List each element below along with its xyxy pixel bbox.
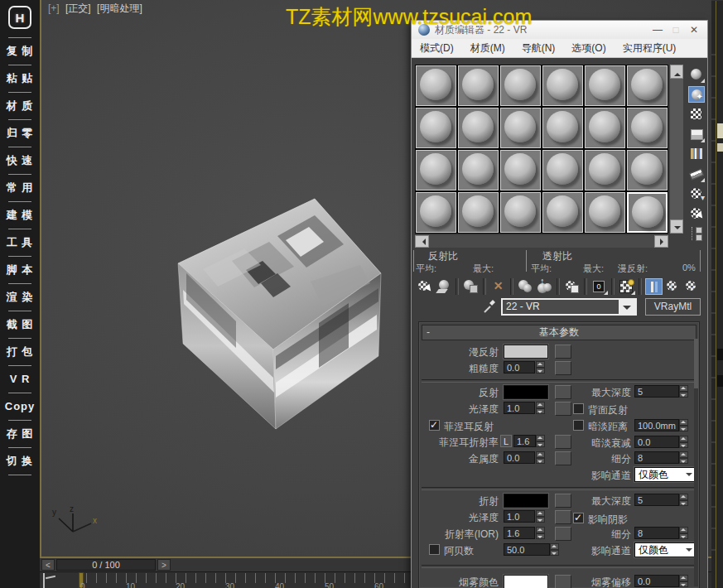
menu-utilities[interactable]: 实用程序(U) [623, 41, 677, 55]
material-sample-slot[interactable] [542, 192, 583, 233]
fog-bias-field[interactable]: 0.0 [634, 575, 679, 587]
material-sample-slot[interactable] [542, 65, 583, 106]
material-map-navigator-icon[interactable] [688, 225, 705, 242]
material-sample-slot[interactable] [416, 108, 456, 148]
refract-affect-channels-dropdown[interactable]: 仅颜色 [634, 542, 697, 557]
menu-material[interactable]: 材质(M) [470, 41, 505, 55]
options-icon[interactable]: ▾ [688, 186, 705, 202]
dim-distance-checkbox[interactable] [573, 420, 584, 431]
material-sample-slot[interactable] [585, 108, 625, 148]
app-logo-icon[interactable]: H [8, 6, 31, 29]
scroll-up-button[interactable] [670, 65, 683, 79]
material-sample-slot[interactable] [500, 150, 541, 190]
material-sample-slot[interactable] [542, 108, 583, 148]
make-copy-icon[interactable] [517, 278, 534, 295]
sidebar-item-zero[interactable]: 归 零 [7, 125, 34, 142]
viewport-menu-plus[interactable]: [+] [48, 2, 60, 14]
material-sample-slot[interactable] [627, 65, 668, 106]
scene-box-object[interactable] [153, 190, 385, 439]
sample-uv-tiling-icon[interactable] [688, 126, 705, 142]
sidebar-item-common[interactable]: 常 用 [7, 180, 34, 196]
video-color-check-icon[interactable] [688, 146, 705, 162]
sidebar-item-quick[interactable]: 快 速 [7, 152, 34, 169]
roughness-field[interactable]: 0.0 [504, 361, 535, 374]
viewport-menu-shading[interactable]: [明暗处理] [97, 2, 142, 14]
sidebar-item-copy[interactable]: 复 制 [7, 43, 34, 60]
background-icon[interactable] [688, 106, 705, 123]
material-sample-slot[interactable] [416, 150, 456, 190]
close-button[interactable]: ✕ [687, 24, 701, 36]
slots-horizontal-scrollbar[interactable] [415, 235, 668, 248]
material-id-channel-icon[interactable]: 0 [590, 278, 608, 295]
scroll-left-button[interactable] [415, 235, 429, 248]
reflect-subdivs-field[interactable]: 8 [634, 451, 679, 464]
material-type-button[interactable]: VRayMtl [645, 298, 701, 316]
params-scrollbar[interactable] [694, 339, 698, 586]
material-sample-slot[interactable] [458, 150, 499, 190]
sidebar-item-script[interactable]: 脚 本 [7, 262, 34, 278]
viewport-label[interactable]: [+] [正交] [明暗处理] [48, 2, 142, 16]
material-sample-slot[interactable] [627, 108, 668, 148]
refract-subdivs-field[interactable]: 8 [634, 527, 679, 539]
sidebar-item-paste[interactable]: 粘 贴 [7, 70, 34, 87]
refract-max-depth-spinner[interactable] [679, 494, 688, 506]
menu-mode[interactable]: 模式(D) [420, 41, 454, 55]
material-sample-slot[interactable] [458, 192, 499, 233]
assign-to-selection-icon[interactable] [462, 278, 480, 295]
rollout-basic-parameters[interactable]: - 基本参数 [422, 325, 696, 340]
reflect-affect-channels-dropdown[interactable]: 仅颜色 [634, 467, 697, 482]
sidebar-item-vr[interactable]: V R [10, 371, 31, 388]
put-to-library-icon[interactable] [563, 278, 581, 295]
material-sample-slot[interactable] [458, 65, 499, 106]
sidebar-item-modeling[interactable]: 建 模 [7, 207, 34, 224]
viewport-menu-view[interactable]: [正交] [65, 2, 91, 14]
reflect-max-depth-field[interactable]: 5 [634, 385, 679, 398]
show-end-result-icon[interactable] [645, 278, 663, 295]
scroll-down-button[interactable] [670, 219, 683, 234]
scroll-right-button[interactable] [654, 235, 668, 248]
material-sample-slot[interactable] [585, 150, 625, 190]
dim-distance-spinner[interactable] [679, 419, 688, 431]
open-mini-curve-editor-icon[interactable]: ↑↓ [43, 574, 71, 587]
diffuse-color-swatch[interactable] [504, 345, 548, 359]
refract-max-depth-field[interactable]: 5 [634, 494, 679, 506]
sample-type-icon[interactable] [688, 66, 705, 83]
material-sample-slot[interactable] [500, 192, 541, 233]
frame-prev-button[interactable]: < [41, 559, 55, 571]
maximize-button[interactable]: □ [669, 24, 682, 36]
minimize-button[interactable]: — [651, 24, 664, 36]
material-sample-slot[interactable] [500, 108, 541, 148]
material-sample-slot[interactable] [585, 192, 625, 233]
material-name-dropdown[interactable]: 22 - VR [501, 298, 637, 316]
sidebar-item-tools[interactable]: 工 具 [7, 234, 34, 251]
select-by-material-icon[interactable] [688, 205, 705, 222]
sidebar-item-render[interactable]: 渲 染 [7, 289, 34, 306]
material-sample-slot[interactable] [627, 150, 668, 190]
diffuse-map-button[interactable] [555, 345, 571, 359]
go-forward-sibling-icon[interactable]: → [683, 278, 701, 295]
reset-map-icon[interactable]: ✕ [489, 278, 507, 295]
sidebar-item-switch[interactable]: 切 换 [7, 453, 34, 470]
dim-distance-field[interactable]: 100.0mm [634, 419, 679, 431]
go-to-parent-icon[interactable]: ↑ [664, 278, 682, 295]
make-preview-icon[interactable] [688, 166, 705, 182]
back-reflect-checkbox[interactable] [573, 403, 584, 414]
reflect-subdivs-spinner[interactable] [679, 451, 688, 464]
frame-counter[interactable]: 0 / 100 [56, 559, 156, 571]
put-to-scene-icon[interactable] [435, 278, 452, 295]
fog-bias-spinner[interactable] [679, 575, 688, 587]
slots-vertical-scrollbar[interactable] [670, 65, 683, 234]
dim-falloff-field[interactable]: 0.0 [634, 436, 679, 448]
material-sample-slot-selected[interactable] [627, 192, 668, 233]
material-sample-slot[interactable] [542, 150, 583, 190]
menu-navigation[interactable]: 导航(N) [522, 41, 556, 55]
material-sample-slot[interactable] [416, 65, 456, 106]
sidebar-item-screenshot[interactable]: 截 图 [7, 316, 34, 333]
sidebar-item-material[interactable]: 材 质 [7, 98, 34, 114]
roughness-map-button[interactable] [555, 361, 571, 375]
sidebar-item-save-image[interactable]: 存 图 [7, 426, 34, 442]
rollout-collapse-icon[interactable]: - [427, 325, 430, 339]
affect-shadows-checkbox[interactable] [573, 513, 584, 523]
frame-next-button[interactable]: > [157, 559, 171, 571]
pick-material-eyedropper-icon[interactable] [483, 299, 497, 314]
